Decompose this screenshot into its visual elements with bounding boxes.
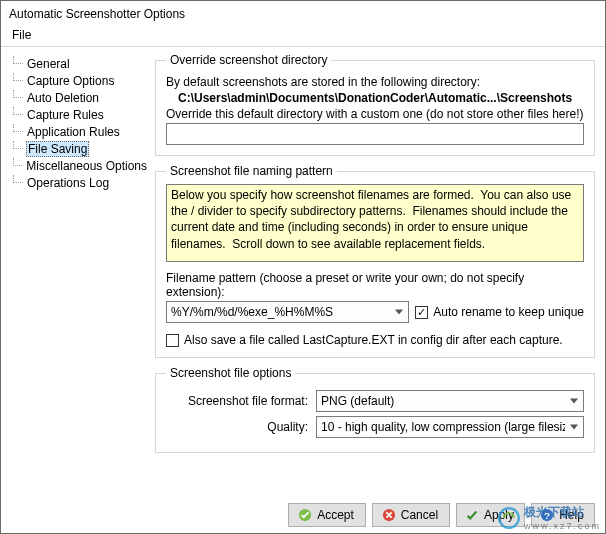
help-icon: ? bbox=[540, 508, 554, 522]
tree-item-miscellaneous-options[interactable]: Miscellaneous Options bbox=[9, 157, 147, 174]
button-bar: Accept Cancel Apply ? Help bbox=[288, 503, 595, 527]
cancel-label: Cancel bbox=[401, 508, 438, 522]
fileopts-group: Screenshot file options Screenshot file … bbox=[155, 366, 595, 453]
format-label: Screenshot file format: bbox=[166, 394, 316, 408]
window-title: Automatic Screenshotter Options bbox=[1, 1, 605, 25]
help-button[interactable]: ? Help bbox=[531, 503, 595, 527]
override-path: C:\Users\admin\Documents\DonationCoder\A… bbox=[166, 91, 584, 105]
override-desc2: Override this default directory with a c… bbox=[166, 107, 584, 121]
pattern-label: Filename pattern (choose a preset or wri… bbox=[166, 271, 584, 299]
tree-item-capture-options[interactable]: Capture Options bbox=[9, 72, 147, 89]
cancel-button[interactable]: Cancel bbox=[372, 503, 450, 527]
menu-file[interactable]: File bbox=[9, 27, 34, 43]
tree-item-label: General bbox=[27, 57, 70, 71]
tree-item-capture-rules[interactable]: Capture Rules bbox=[9, 106, 147, 123]
svg-text:?: ? bbox=[544, 510, 550, 521]
check-icon: ✓ bbox=[415, 306, 428, 319]
tree-item-operations-log[interactable]: Operations Log bbox=[9, 174, 147, 191]
content-area: GeneralCapture OptionsAuto DeletionCaptu… bbox=[1, 47, 605, 499]
auto-rename-label: Auto rename to keep unique bbox=[433, 305, 584, 319]
quality-combo[interactable] bbox=[316, 416, 584, 438]
override-group: Override screenshot directory By default… bbox=[155, 53, 595, 156]
tree-item-general[interactable]: General bbox=[9, 55, 147, 72]
tree-item-label: Miscellaneous Options bbox=[26, 159, 147, 173]
apply-icon bbox=[465, 508, 479, 522]
override-desc1: By default screenshots are stored in the… bbox=[166, 75, 584, 89]
format-combo[interactable] bbox=[316, 390, 584, 412]
tree-item-label: Application Rules bbox=[27, 125, 120, 139]
nav-tree: GeneralCapture OptionsAuto DeletionCaptu… bbox=[1, 47, 151, 499]
fileopts-legend: Screenshot file options bbox=[166, 366, 295, 380]
naming-group: Screenshot file naming pattern Below you… bbox=[155, 164, 595, 358]
also-save-label: Also save a file called LastCapture.EXT … bbox=[184, 333, 563, 347]
naming-legend: Screenshot file naming pattern bbox=[166, 164, 337, 178]
help-label: Help bbox=[559, 508, 584, 522]
override-legend: Override screenshot directory bbox=[166, 53, 331, 67]
tree-item-label: Capture Rules bbox=[27, 108, 104, 122]
accept-button[interactable]: Accept bbox=[288, 503, 366, 527]
apply-label: Apply bbox=[484, 508, 514, 522]
check-circle-icon bbox=[298, 508, 312, 522]
main-panel: Override screenshot directory By default… bbox=[151, 47, 605, 499]
tree-item-file-saving[interactable]: File Saving bbox=[9, 140, 147, 157]
override-input[interactable] bbox=[166, 123, 584, 145]
quality-label: Quality: bbox=[166, 420, 316, 434]
unchecked-icon bbox=[166, 334, 179, 347]
tree-item-label: Auto Deletion bbox=[27, 91, 99, 105]
naming-note[interactable]: Below you specify how screenshot filenam… bbox=[166, 184, 584, 262]
tree-item-application-rules[interactable]: Application Rules bbox=[9, 123, 147, 140]
tree-item-auto-deletion[interactable]: Auto Deletion bbox=[9, 89, 147, 106]
accept-label: Accept bbox=[317, 508, 354, 522]
tree-item-label: File Saving bbox=[26, 141, 89, 157]
apply-button[interactable]: Apply bbox=[456, 503, 525, 527]
menubar: File bbox=[1, 25, 605, 47]
tree-item-label: Capture Options bbox=[27, 74, 114, 88]
also-save-checkbox[interactable]: Also save a file called LastCapture.EXT … bbox=[166, 333, 584, 347]
tree-item-label: Operations Log bbox=[27, 176, 109, 190]
auto-rename-checkbox[interactable]: ✓ Auto rename to keep unique bbox=[415, 305, 584, 319]
pattern-combo[interactable] bbox=[166, 301, 409, 323]
cancel-icon bbox=[382, 508, 396, 522]
